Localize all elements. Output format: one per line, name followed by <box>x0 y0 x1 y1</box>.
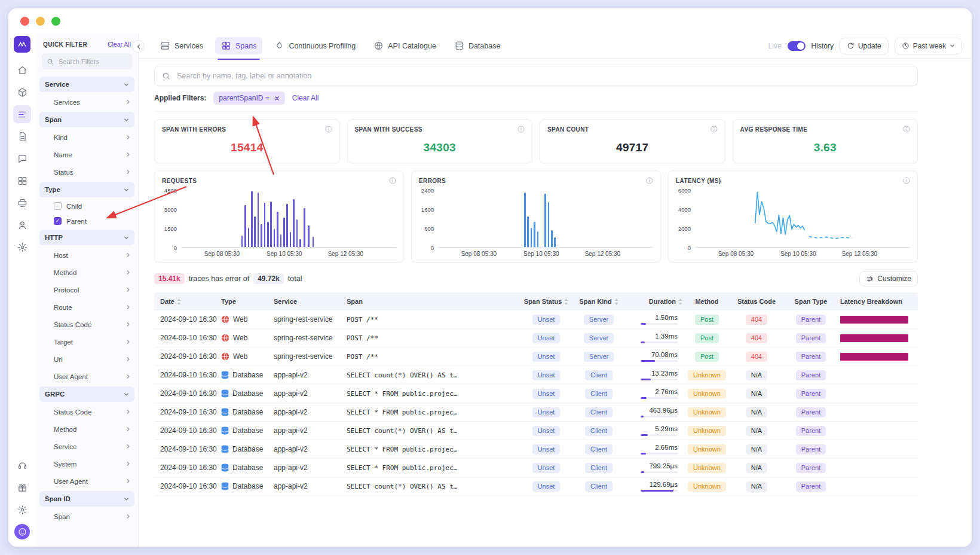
filter-section-header-type[interactable]: Type <box>39 182 134 197</box>
tab-services[interactable]: Services <box>154 37 209 54</box>
rail-synthetics-icon[interactable] <box>13 216 31 234</box>
column-header-type[interactable]: Type <box>221 298 274 305</box>
filter-section-header-service[interactable]: Service <box>39 77 134 92</box>
table-row[interactable]: 2024-09-10 16:30Databaseapp-api-v2SELECT… <box>154 477 918 496</box>
filter-checkbox-parent[interactable]: ✓Parent <box>36 214 138 228</box>
column-header-status-code[interactable]: Status Code <box>731 298 785 305</box>
filter-chip-parentspanid[interactable]: parentSpanID = <box>213 92 284 105</box>
tab-api-catalogue[interactable]: API Catalogue <box>368 37 442 54</box>
column-header-span-kind[interactable]: Span Kind <box>575 298 626 305</box>
minimize-window-button[interactable] <box>36 17 45 26</box>
filter-item-route[interactable]: Route <box>36 298 138 316</box>
filter-item-user-agent[interactable]: User Agent <box>36 472 138 490</box>
filter-item-system[interactable]: System <box>36 455 138 472</box>
table-row[interactable]: 2024-09-10 16:30Webspring-rest-servicePO… <box>154 329 918 347</box>
applied-filters-clear-all[interactable]: Clear All <box>292 94 319 102</box>
filter-search-box[interactable] <box>42 53 132 69</box>
filter-item-status[interactable]: Status <box>36 163 138 181</box>
filter-section-header-grpc[interactable]: GRPC <box>39 386 134 402</box>
history-label[interactable]: History <box>811 42 834 50</box>
column-header-method[interactable]: Method <box>686 298 731 305</box>
quick-filter-clear-all[interactable]: Clear All <box>108 41 131 48</box>
zoom-window-button[interactable] <box>51 17 60 26</box>
rail-dashboards-icon[interactable] <box>13 172 31 190</box>
filter-item-url[interactable]: Url <box>36 350 138 368</box>
column-header-span[interactable]: Span <box>347 298 521 305</box>
table-row[interactable]: 2024-09-10 16:30Databaseapp-api-v2SELECT… <box>154 403 918 422</box>
cell-status-code: N/A <box>731 366 785 384</box>
filter-item-target[interactable]: Target <box>36 333 138 350</box>
sort-icon[interactable] <box>564 298 568 305</box>
filter-item-service[interactable]: Service <box>36 438 138 455</box>
filter-section-header-http[interactable]: HTTP <box>39 230 134 245</box>
filter-item-method[interactable]: Method <box>36 420 138 438</box>
column-header-service[interactable]: Service <box>274 298 347 305</box>
filter-item-status-code[interactable]: Status Code <box>36 403 138 420</box>
filter-item-services[interactable]: Services <box>36 93 138 111</box>
close-window-button[interactable] <box>20 17 29 26</box>
checkbox-checked-icon[interactable]: ✓ <box>54 217 62 225</box>
sort-icon[interactable] <box>678 298 682 305</box>
table-row[interactable]: 2024-09-10 16:30Databaseapp-api-v2SELECT… <box>154 422 918 440</box>
app-logo[interactable] <box>14 36 30 53</box>
filter-section-header-span[interactable]: Span <box>39 112 134 127</box>
filter-item-status-code[interactable]: Status Code <box>36 316 138 333</box>
filter-item-host[interactable]: Host <box>36 246 138 264</box>
filter-item-protocol[interactable]: Protocol <box>36 281 138 298</box>
column-header-span-status[interactable]: Span Status <box>521 298 575 305</box>
tab-continuous-profiling[interactable]: Continuous Profiling <box>268 37 362 54</box>
rail-traces-icon[interactable] <box>13 105 31 123</box>
filter-section-header-span-id[interactable]: Span ID <box>39 491 134 507</box>
table-row[interactable]: 2024-09-10 16:30Databaseapp-api-v2SELECT… <box>154 366 918 385</box>
info-icon[interactable] <box>646 177 653 184</box>
live-history-toggle[interactable] <box>788 41 806 51</box>
info-icon[interactable] <box>325 126 332 133</box>
main-search-box[interactable] <box>154 66 918 86</box>
info-icon[interactable] <box>903 177 910 184</box>
column-header-span-type[interactable]: Span Type <box>785 298 840 305</box>
table-row[interactable]: 2024-09-10 16:30Databaseapp-api-v2SELECT… <box>154 440 918 459</box>
info-icon[interactable] <box>517 126 525 133</box>
live-label[interactable]: Live <box>768 42 782 50</box>
sort-icon[interactable] <box>177 298 181 305</box>
rail-containers-icon[interactable] <box>13 194 31 212</box>
filter-item-method[interactable]: Method <box>36 264 138 281</box>
rail-infrastructure-icon[interactable] <box>13 83 31 101</box>
update-button[interactable]: Update <box>840 38 889 54</box>
table-row[interactable]: 2024-09-10 16:30Webspring-rest-servicePO… <box>154 347 918 366</box>
collapse-panel-button[interactable] <box>132 40 145 53</box>
sort-icon[interactable] <box>614 298 618 305</box>
rail-settings-icon[interactable] <box>13 501 31 519</box>
column-header-date[interactable]: Date <box>154 298 221 305</box>
table-row[interactable]: 2024-09-10 16:30Databaseapp-api-v2SELECT… <box>154 385 918 403</box>
table-row[interactable]: 2024-09-10 16:30Webspring-rest-servicePO… <box>154 310 918 329</box>
rail-support-icon[interactable] <box>13 456 31 474</box>
filter-item-span[interactable]: Span <box>36 508 138 525</box>
rail-releases-icon[interactable] <box>13 478 31 496</box>
table-row[interactable]: 2024-09-10 16:30Databaseapp-api-v2SELECT… <box>154 459 918 477</box>
rail-logs-icon[interactable] <box>13 127 31 145</box>
avatar[interactable] <box>14 524 30 539</box>
duration-bar <box>641 434 678 436</box>
filter-item-kind[interactable]: Kind <box>36 129 138 146</box>
rail-home-icon[interactable] <box>13 61 31 79</box>
tab-spans[interactable]: Spans <box>215 37 262 54</box>
filter-search-input[interactable] <box>57 57 127 66</box>
tab-database[interactable]: Database <box>448 37 507 54</box>
chart-bar <box>304 208 305 247</box>
filter-item-name[interactable]: Name <box>36 146 138 163</box>
customize-button[interactable]: Customize <box>859 271 918 286</box>
remove-filter-icon[interactable] <box>274 96 280 101</box>
checkbox-unchecked-icon[interactable] <box>54 202 62 210</box>
info-icon[interactable] <box>903 126 910 133</box>
rail-alerts-icon[interactable] <box>13 150 31 167</box>
rail-settings-icon[interactable] <box>13 238 31 256</box>
column-header-duration[interactable]: Duration <box>626 298 686 305</box>
column-header-latency-breakdown[interactable]: Latency Breakdown <box>840 298 918 305</box>
time-range-selector[interactable]: Past week <box>895 38 962 54</box>
info-icon[interactable] <box>710 126 718 133</box>
filter-checkbox-child[interactable]: Child <box>36 199 138 214</box>
main-search-input[interactable] <box>176 71 910 81</box>
info-icon[interactable] <box>389 177 396 184</box>
filter-item-user-agent[interactable]: User Agent <box>36 368 138 385</box>
